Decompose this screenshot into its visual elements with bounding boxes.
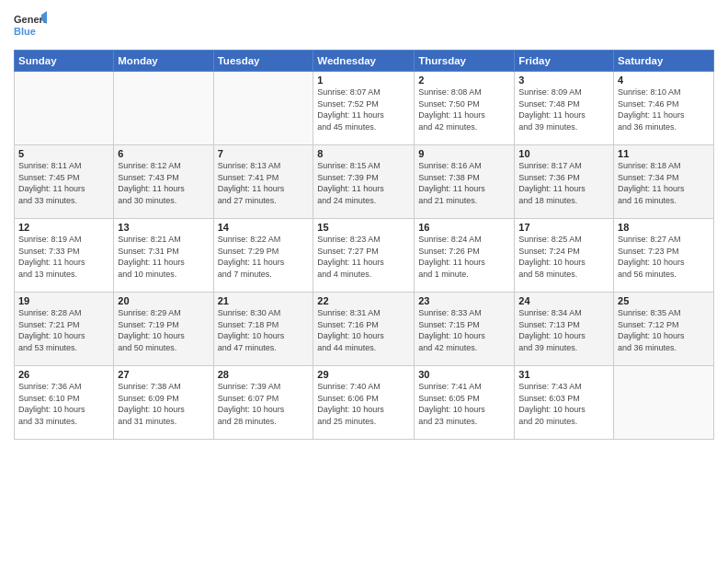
day-info: Sunrise: 8:17 AM Sunset: 7:36 PM Dayligh… [518,160,609,206]
day-info: Sunrise: 8:11 AM Sunset: 7:45 PM Dayligh… [18,160,109,206]
day-info: Sunrise: 8:27 AM Sunset: 7:23 PM Dayligh… [618,234,710,280]
calendar-cell [213,72,313,145]
calendar-cell: 4Sunrise: 8:10 AM Sunset: 7:46 PM Daylig… [614,72,714,145]
calendar-cell: 23Sunrise: 8:33 AM Sunset: 7:15 PM Dayli… [415,293,515,366]
calendar-week-2: 5Sunrise: 8:11 AM Sunset: 7:45 PM Daylig… [15,145,714,219]
calendar-cell: 15Sunrise: 8:23 AM Sunset: 7:27 PM Dayli… [313,219,415,293]
calendar-cell: 22Sunrise: 8:31 AM Sunset: 7:16 PM Dayli… [313,293,415,366]
calendar-cell: 18Sunrise: 8:27 AM Sunset: 7:23 PM Dayli… [614,219,714,293]
day-info: Sunrise: 8:24 AM Sunset: 7:26 PM Dayligh… [418,234,510,280]
calendar-cell: 29Sunrise: 7:40 AM Sunset: 6:06 PM Dayli… [313,366,415,440]
calendar-week-1: 1Sunrise: 8:07 AM Sunset: 7:52 PM Daylig… [15,72,714,145]
col-header-wednesday: Wednesday [313,51,415,72]
day-number: 12 [18,222,109,233]
day-number: 17 [518,222,609,233]
calendar-cell: 30Sunrise: 7:41 AM Sunset: 6:05 PM Dayli… [415,366,515,440]
day-number: 21 [218,295,310,306]
logo: General Blue [14,9,47,42]
calendar-cell: 7Sunrise: 8:13 AM Sunset: 7:41 PM Daylig… [213,145,313,219]
calendar-cell: 27Sunrise: 7:38 AM Sunset: 6:09 PM Dayli… [114,366,213,440]
day-info: Sunrise: 8:10 AM Sunset: 7:46 PM Dayligh… [618,86,710,132]
calendar-cell: 16Sunrise: 8:24 AM Sunset: 7:26 PM Dayli… [415,219,515,293]
calendar-cell: 2Sunrise: 8:08 AM Sunset: 7:50 PM Daylig… [415,72,515,145]
calendar-cell: 21Sunrise: 8:30 AM Sunset: 7:18 PM Dayli… [213,293,313,366]
calendar-cell: 19Sunrise: 8:28 AM Sunset: 7:21 PM Dayli… [15,293,114,366]
day-number: 20 [118,295,209,306]
col-header-tuesday: Tuesday [213,51,313,72]
calendar-cell: 6Sunrise: 8:12 AM Sunset: 7:43 PM Daylig… [114,145,213,219]
day-number: 4 [618,75,710,86]
day-number: 27 [118,369,209,380]
day-number: 23 [418,295,510,306]
day-info: Sunrise: 7:43 AM Sunset: 6:03 PM Dayligh… [518,381,609,427]
calendar-cell: 17Sunrise: 8:25 AM Sunset: 7:24 PM Dayli… [515,219,614,293]
day-number: 16 [418,222,510,233]
calendar-cell: 31Sunrise: 7:43 AM Sunset: 6:03 PM Dayli… [515,366,614,440]
day-number: 26 [18,369,109,380]
day-info: Sunrise: 8:25 AM Sunset: 7:24 PM Dayligh… [518,234,609,280]
day-number: 31 [518,369,609,380]
day-info: Sunrise: 7:40 AM Sunset: 6:06 PM Dayligh… [317,381,410,427]
calendar-table: SundayMondayTuesdayWednesdayThursdayFrid… [14,50,714,440]
calendar-cell: 5Sunrise: 8:11 AM Sunset: 7:45 PM Daylig… [15,145,114,219]
day-number: 29 [317,369,410,380]
day-info: Sunrise: 8:30 AM Sunset: 7:18 PM Dayligh… [218,307,310,353]
day-info: Sunrise: 8:19 AM Sunset: 7:33 PM Dayligh… [18,234,109,280]
col-header-sunday: Sunday [15,51,114,72]
day-info: Sunrise: 8:13 AM Sunset: 7:41 PM Dayligh… [218,160,310,206]
day-number: 5 [18,148,109,159]
svg-text:Blue: Blue [14,26,36,37]
day-number: 25 [618,295,710,306]
calendar-cell: 28Sunrise: 7:39 AM Sunset: 6:07 PM Dayli… [213,366,313,440]
calendar-cell [15,72,114,145]
day-info: Sunrise: 7:38 AM Sunset: 6:09 PM Dayligh… [118,381,209,427]
calendar-cell: 13Sunrise: 8:21 AM Sunset: 7:31 PM Dayli… [114,219,213,293]
day-number: 6 [118,148,209,159]
day-number: 10 [518,148,609,159]
day-number: 7 [218,148,310,159]
day-number: 11 [618,148,710,159]
day-number: 30 [418,369,510,380]
calendar-cell: 14Sunrise: 8:22 AM Sunset: 7:29 PM Dayli… [213,219,313,293]
day-info: Sunrise: 8:31 AM Sunset: 7:16 PM Dayligh… [317,307,410,353]
day-info: Sunrise: 8:22 AM Sunset: 7:29 PM Dayligh… [218,234,310,280]
day-number: 13 [118,222,209,233]
day-info: Sunrise: 8:12 AM Sunset: 7:43 PM Dayligh… [118,160,209,206]
page: General Blue SundayMondayTuesdayWednesda… [0,0,728,563]
day-info: Sunrise: 8:23 AM Sunset: 7:27 PM Dayligh… [317,234,410,280]
col-header-saturday: Saturday [614,51,714,72]
day-info: Sunrise: 8:16 AM Sunset: 7:38 PM Dayligh… [418,160,510,206]
col-header-monday: Monday [114,51,213,72]
day-number: 9 [418,148,510,159]
calendar-week-4: 19Sunrise: 8:28 AM Sunset: 7:21 PM Dayli… [15,293,714,366]
day-info: Sunrise: 8:09 AM Sunset: 7:48 PM Dayligh… [518,86,609,132]
calendar-cell: 24Sunrise: 8:34 AM Sunset: 7:13 PM Dayli… [515,293,614,366]
day-info: Sunrise: 8:35 AM Sunset: 7:12 PM Dayligh… [618,307,710,353]
day-number: 3 [518,75,609,86]
calendar-cell [614,366,714,440]
day-info: Sunrise: 7:36 AM Sunset: 6:10 PM Dayligh… [18,381,109,427]
day-number: 19 [18,295,109,306]
day-number: 1 [317,75,410,86]
day-info: Sunrise: 8:29 AM Sunset: 7:19 PM Dayligh… [118,307,209,353]
day-info: Sunrise: 8:33 AM Sunset: 7:15 PM Dayligh… [418,307,510,353]
calendar-cell: 3Sunrise: 8:09 AM Sunset: 7:48 PM Daylig… [515,72,614,145]
day-number: 2 [418,75,510,86]
calendar-cell: 25Sunrise: 8:35 AM Sunset: 7:12 PM Dayli… [614,293,714,366]
day-number: 24 [518,295,609,306]
calendar-header-row: SundayMondayTuesdayWednesdayThursdayFrid… [15,51,714,72]
calendar-cell: 1Sunrise: 8:07 AM Sunset: 7:52 PM Daylig… [313,72,415,145]
day-number: 28 [218,369,310,380]
day-number: 8 [317,148,410,159]
day-info: Sunrise: 8:18 AM Sunset: 7:34 PM Dayligh… [618,160,710,206]
day-number: 15 [317,222,410,233]
calendar-week-3: 12Sunrise: 8:19 AM Sunset: 7:33 PM Dayli… [15,219,714,293]
day-number: 18 [618,222,710,233]
calendar-week-5: 26Sunrise: 7:36 AM Sunset: 6:10 PM Dayli… [15,366,714,440]
day-info: Sunrise: 8:15 AM Sunset: 7:39 PM Dayligh… [317,160,410,206]
day-info: Sunrise: 7:39 AM Sunset: 6:07 PM Dayligh… [218,381,310,427]
calendar-cell: 26Sunrise: 7:36 AM Sunset: 6:10 PM Dayli… [15,366,114,440]
day-info: Sunrise: 8:28 AM Sunset: 7:21 PM Dayligh… [18,307,109,353]
day-info: Sunrise: 8:07 AM Sunset: 7:52 PM Dayligh… [317,86,410,132]
day-number: 14 [218,222,310,233]
